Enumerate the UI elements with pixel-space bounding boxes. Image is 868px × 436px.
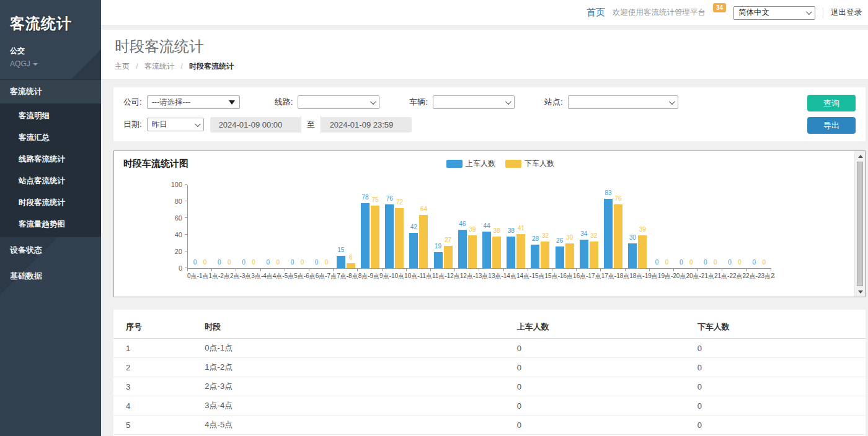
y-axis-tick-label: 100 [161,181,182,188]
y-axis-tick [185,251,187,251]
bar-value-label: 46 [459,221,466,227]
x-axis-label: 4点-5点 [273,272,294,280]
breadcrumb-home[interactable]: 主页 [115,62,130,71]
logout-link[interactable]: 退出登录 [831,7,862,18]
company-label: 公司: [123,97,142,108]
content: 公司: ---请选择--- 线路: 车辆: 站点: 日期 [101,80,868,427]
bar: 38 [492,185,501,268]
bar: 72 [395,185,404,268]
legend-swatch-icon [446,160,463,168]
bar-value-label: 0 [728,259,732,266]
sidebar-item-passenger-stats[interactable]: 客流统计 [0,80,101,104]
scroll-up-arrow[interactable] [855,151,866,161]
topbar: 首页 欢迎使用客流统计管理平台 34 简体中文 退出登录 [101,0,868,26]
sidebar-item-station-flow-stats[interactable]: 站点客流统计 [0,170,101,192]
bar-value-label: 38 [508,228,515,234]
vehicle-select[interactable] [433,95,515,109]
bar: 39 [638,185,647,268]
x-axis-label: 3点-4点 [251,272,272,280]
table-cell: 5 [113,416,192,435]
table-cell: 3 [113,377,192,396]
bar: 38 [507,185,515,268]
table-row: 54点-5点00 [113,416,866,435]
bar-value-label: 0 [680,259,683,266]
sidebar-item-flow-summary[interactable]: 客流汇总 [0,127,101,149]
x-axis-label: 17点-18点 [601,272,630,280]
table-cell: 2 [113,358,192,377]
bar-value-label: 6 [349,255,353,261]
breadcrumb: 主页 / 客流统计 / 时段客流统计 [115,61,854,72]
y-axis-tick-label: 60 [161,214,182,222]
bar: 78 [361,185,370,268]
legend-label: 下车人数 [525,159,554,169]
page-title: 时段客流统计 [115,37,854,56]
chart-scrollbar[interactable] [854,151,865,297]
x-axis-labels: 0点-1点1点-2点2点-3点3点-4点4点-5点5点-6点6点-7点7点-8点… [187,272,775,280]
x-axis-label: 8点-9点 [358,272,379,280]
bar-value-label: 0 [266,259,270,266]
legend-item[interactable]: 下车人数 [505,159,554,169]
bar-value-label: 41 [518,225,525,232]
sidebar-item-flow-detail[interactable]: 客流明细 [0,105,101,127]
bar: 0 [201,185,210,268]
bar: 75 [371,185,379,268]
scroll-down-arrow[interactable] [855,287,866,297]
bar: 0 [711,185,720,268]
bar: 76 [614,185,622,268]
chevron-down-icon [370,98,376,105]
bar-value-label: 0 [291,259,294,266]
x-axis-label: 18点-19点 [629,272,658,280]
legend-item[interactable]: 上车人数 [446,159,495,169]
bar-value-label: 0 [203,259,207,266]
query-button[interactable]: 查询 [807,95,856,111]
x-axis-label: 20点-21点 [686,272,714,280]
bar-value-label: 32 [590,233,597,239]
bar-value-label: 0 [762,259,766,266]
export-button[interactable]: 导出 [807,117,856,134]
table-cell: 0 [505,339,685,358]
bar-value-label: 0 [252,259,255,266]
bar: 0 [662,185,671,268]
bar-value-label: 0 [655,259,659,266]
bar-value-label: 27 [445,237,451,243]
date-to-input[interactable]: 2024-01-09 23:59 [321,117,412,133]
table-cell: 3点-4点 [192,396,504,416]
table-panel: 序号时段上车人数下车人数 10点-1点0021点-2点0032点-3点0043点… [113,310,866,436]
org-name: 公交 [10,46,91,56]
date-preset-select[interactable]: 昨日 [147,118,204,131]
bar: 0 [264,185,272,268]
bar: 0 [273,185,282,268]
breadcrumb-section[interactable]: 客流统计 [144,62,174,71]
language-select[interactable]: 简体中文 [733,6,815,20]
bar: 30 [565,185,574,268]
bar: 0 [239,185,248,268]
bar-value-label: 0 [752,259,756,266]
bar-group: 8376 [601,185,625,268]
x-axis-label: 14点-15点 [516,272,545,280]
station-select[interactable] [568,95,678,109]
sidebar-item-base-data[interactable]: 基础数据 [0,263,101,289]
sidebar-item-period-flow-stats[interactable]: 时段客流统计 [0,192,101,214]
x-axis-label: 0点-1点 [187,272,208,280]
x-axis-label: 12点-13点 [460,272,489,280]
vehicle-label: 车辆: [409,97,428,108]
app-title: 客流统计 [0,0,101,37]
org-selector[interactable]: AQGJ [10,59,91,68]
sidebar-item-flow-trend-chart[interactable]: 客流量趋势图 [0,214,101,235]
bar-value-label: 72 [396,199,403,206]
sidebar-item-device-status[interactable]: 设备状态 [0,237,101,263]
sidebar-item-line-flow-stats[interactable]: 线路客流统计 [0,149,101,170]
scrollbar-thumb[interactable] [857,162,863,286]
bar-value-label: 0 [325,259,329,266]
company-select[interactable]: ---请选择--- [147,95,240,109]
table-cell: 0 [685,396,866,416]
home-link[interactable]: 首页 [587,7,605,19]
bar: 0 [322,185,331,268]
bar-value-label: 0 [218,259,221,266]
bar: 0 [725,185,734,268]
bar: 76 [385,185,394,268]
line-select[interactable] [298,95,379,109]
bar-value-label: 44 [483,223,490,229]
bar-group: 7875 [358,185,382,268]
date-from-input[interactable]: 2024-01-09 00:00 [210,117,301,133]
